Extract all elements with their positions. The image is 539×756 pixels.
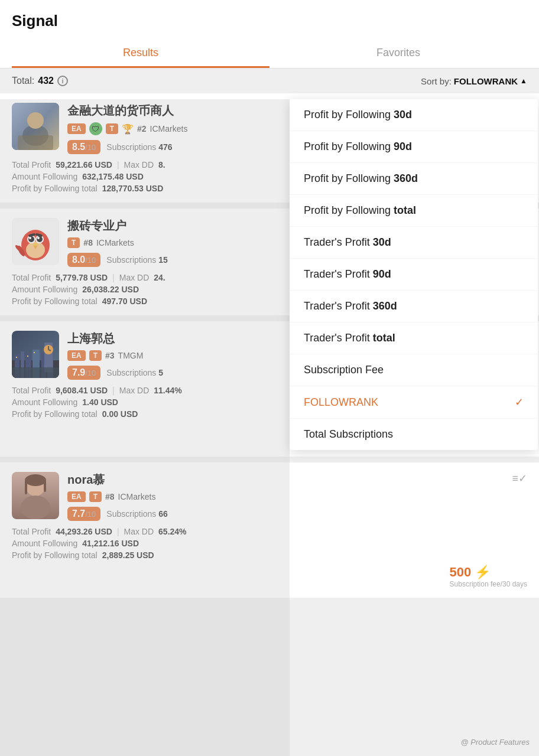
badge-broker-4: ICMarkets: [118, 492, 156, 501]
badge-rank-3: #3: [105, 351, 115, 360]
total-label: Total:: [12, 76, 34, 86]
dropdown-followrank[interactable]: FOLLOWRANK ✓: [290, 386, 538, 419]
sort-control[interactable]: Sort by: FOLLOWRANK ▲: [421, 76, 527, 86]
sort-label: Sort by:: [421, 76, 452, 86]
card-4-stat-pf: Profit by Following total 2,889.25 USD: [12, 550, 527, 560]
card-2-score: 8.0/10: [67, 253, 100, 267]
card-4-avatar: [12, 472, 59, 519]
card-4-info: nora慕 EA T #8 ICMarkets 7.7/10 Subscript…: [67, 472, 527, 521]
card-4: ≡✓: [0, 462, 539, 598]
badge-trophy: 🏆: [122, 123, 134, 135]
svg-rect-41: [44, 480, 46, 492]
tab-bar: Results Favorites: [12, 40, 527, 68]
card-4-footer: 500 ⚡ Subscription fee/30 days: [12, 565, 527, 588]
badge-ea-4: EA: [67, 491, 86, 502]
badge-rank: #2: [137, 124, 147, 133]
badge-rank-2: #8: [83, 238, 93, 247]
svg-point-39: [25, 474, 46, 486]
card-4-stat-following: Amount Following 41,212.16 USD: [12, 539, 527, 548]
card-4-badges: EA T #8 ICMarkets: [67, 491, 527, 502]
badge-t: T: [106, 123, 118, 134]
badge-ea: EA: [67, 123, 86, 134]
card-4-name: nora慕: [67, 472, 527, 488]
card-1-avatar: [12, 103, 59, 150]
card-1-subscriptions: Subscriptions 476: [106, 142, 172, 152]
card-3-avatar: [12, 331, 59, 378]
svg-rect-27: [16, 357, 17, 358]
svg-rect-40: [25, 480, 27, 494]
svg-rect-35: [12, 367, 59, 378]
badge-ea-3: EA: [67, 350, 86, 361]
card-1-score: 8.5/10: [67, 140, 100, 154]
total-display: Total: 432 i: [12, 76, 68, 86]
card-2-subscriptions: Subscriptions 15: [106, 255, 168, 265]
tab-results[interactable]: Results: [12, 40, 270, 68]
badge-t-4: T: [89, 491, 102, 502]
svg-rect-30: [27, 356, 28, 357]
card-4-menu-icon[interactable]: ≡✓: [512, 472, 527, 485]
watermark: @ Product Features: [460, 738, 530, 747]
svg-point-14: [37, 237, 40, 239]
dropdown-total-subscriptions[interactable]: Total Subscriptions: [290, 419, 538, 450]
dropdown-profit-360d[interactable]: Profit by Following 360d: [290, 163, 538, 195]
badge-t-2: T: [67, 237, 80, 248]
app-title: Signal: [12, 12, 527, 40]
svg-rect-28: [34, 352, 35, 353]
check-icon: ✓: [515, 396, 524, 409]
card-4-stats: Total Profit 44,293.26 USD | Max DD 65.2…: [12, 527, 527, 560]
badge-rank-4: #8: [105, 492, 115, 501]
total-count: 432: [38, 76, 54, 86]
svg-rect-3: [18, 135, 53, 150]
badge-broker-3: TMGM: [118, 351, 144, 360]
badge-broker-2: ICMarkets: [96, 238, 134, 247]
dropdown-trader-90d[interactable]: Trader's Profit 90d: [290, 259, 538, 291]
card-4-score: 7.7/10: [67, 507, 100, 521]
dropdown-profit-total[interactable]: Profit by Following total: [290, 195, 538, 227]
price-sub-4: Subscription fee/30 days: [450, 580, 527, 588]
card-2-avatar: [12, 218, 59, 265]
svg-point-11: [29, 237, 31, 239]
price-amount-4: 500 ⚡: [450, 565, 527, 580]
card-4-subscriptions: Subscriptions 66: [106, 509, 168, 519]
badge-broker: ICMarkets: [150, 124, 188, 133]
toolbar: Total: 432 i Sort by: FOLLOWRANK ▲: [0, 69, 539, 93]
card-3-score: 7.9/10: [67, 366, 100, 380]
dropdown-trader-30d[interactable]: Trader's Profit 30d: [290, 227, 538, 259]
badge-t-3: T: [89, 350, 102, 361]
svg-point-10: [28, 236, 34, 242]
card-4-header: nora慕 EA T #8 ICMarkets 7.7/10 Subscript…: [12, 472, 527, 521]
dropdown-profit-90d[interactable]: Profit by Following 90d: [290, 131, 538, 163]
svg-point-2: [27, 112, 44, 129]
dropdown-trader-total[interactable]: Trader's Profit total: [290, 322, 538, 354]
badge-shield: 🛡: [89, 122, 102, 135]
card-3-subscriptions: Subscriptions 5: [106, 368, 163, 377]
header: Signal Results Favorites: [0, 0, 539, 69]
svg-point-13: [37, 236, 43, 242]
svg-point-42: [21, 496, 50, 519]
info-icon[interactable]: i: [57, 76, 68, 86]
tab-favorites[interactable]: Favorites: [270, 40, 527, 68]
dropdown-trader-360d[interactable]: Trader's Profit 360d: [290, 291, 538, 322]
dropdown-profit-30d[interactable]: Profit by Following 30d: [290, 99, 538, 131]
card-4-stat-profit: Total Profit 44,293.26 USD | Max DD 65.2…: [12, 527, 527, 536]
sort-dropdown: Profit by Following 30d Profit by Follow…: [290, 99, 538, 450]
card-4-score-row: 7.7/10 Subscriptions 66: [67, 507, 527, 521]
dropdown-subscription-fee[interactable]: Subscription Fee: [290, 354, 538, 386]
sort-arrow-icon: ▲: [520, 77, 527, 85]
sort-value: FOLLOWRANK: [454, 76, 518, 86]
